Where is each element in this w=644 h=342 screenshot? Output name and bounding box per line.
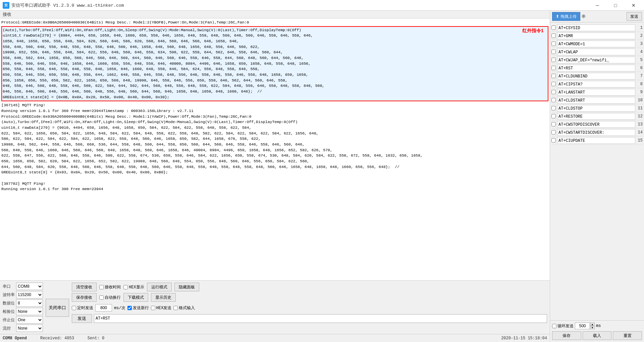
title-bar: 安 安信可串口调试助手 V1.2.3.0 www.ai-thinker.com … xyxy=(0,0,644,11)
cmd-checkbox[interactable] xyxy=(551,25,556,30)
cmd-checkbox[interactable] xyxy=(551,106,556,110)
format-input-checkbox-label[interactable]: 格式输入 xyxy=(173,305,195,311)
recv-block-2: [367145] MQTT Ping! Running version 1.0.… xyxy=(1,103,548,192)
cmd-text[interactable]: AT+CSYSID xyxy=(557,24,635,31)
send-text-input[interactable] xyxy=(94,314,547,323)
cmd-text[interactable]: AT+CLDUNBIND xyxy=(557,73,635,79)
cmd-checkbox[interactable] xyxy=(551,50,556,54)
flow-row: 流控 None xyxy=(3,325,43,332)
app-icon: 安 xyxy=(3,2,9,9)
close-button[interactable]: ✕ xyxy=(626,0,641,11)
minimize-button[interactable]: ─ xyxy=(590,0,605,11)
loop-send-checkbox[interactable] xyxy=(552,324,556,328)
spin-down-button[interactable]: ▼ xyxy=(590,326,595,329)
cmd-num: 12 xyxy=(637,114,643,119)
reset-button[interactable]: 重置 xyxy=(613,331,642,340)
maximize-button[interactable]: □ xyxy=(608,0,623,11)
send-newline-checkbox-label[interactable]: 发送新行 xyxy=(127,305,149,311)
clear-recv-button[interactable]: 清空接收 xyxy=(72,283,97,291)
load-button[interactable]: 载入 xyxy=(583,331,612,340)
cmd-checkbox[interactable] xyxy=(551,98,556,102)
recv-line-4: Protocol:GREECode:0x030A2050004000B0(64B… xyxy=(1,114,548,120)
recv-time-checkbox[interactable] xyxy=(99,285,104,289)
send-input-row: 发送 xyxy=(72,314,547,323)
cmd-item: AT+CLDUNBIND7 xyxy=(551,72,643,80)
cmd-checkbox[interactable] xyxy=(551,138,556,142)
cmd-text[interactable]: AT+RESTORE xyxy=(557,113,635,120)
ms-spinner: ▲ ▼ xyxy=(575,323,595,329)
flow-select[interactable]: None xyxy=(16,325,43,332)
cmd-checkbox[interactable] xyxy=(551,34,556,38)
cmd-text[interactable]: AT+RST xyxy=(557,65,635,71)
timed-send-checkbox[interactable] xyxy=(72,306,76,310)
hide-panel-button[interactable]: 隐藏面板 xyxy=(174,283,199,291)
show-history-button[interactable]: 显示历史 xyxy=(151,293,176,302)
cmd-text[interactable]: AT+LANSTART xyxy=(557,89,635,96)
status-bar: COM8 Opend Received: 4053 Sent: 0 2020-1… xyxy=(0,334,550,342)
cmd-text[interactable]: AT+CWSTARTDISCOVER: xyxy=(557,129,635,136)
baud-select[interactable]: 115200 xyxy=(16,291,43,298)
recv-time-checkbox-label[interactable]: 接收时间 xyxy=(99,284,121,290)
hex-display-checkbox-label[interactable]: HEX显示 xyxy=(123,284,144,290)
cmd-text[interactable]: AT+CWMODE=1 xyxy=(557,41,635,47)
recv-area[interactable]: Protocol:GREECode:0x0B0A205000400030(64B… xyxy=(0,18,550,280)
cmd-item: AT+CLDSTOP11 xyxy=(551,104,643,112)
hex-display-checkbox[interactable] xyxy=(123,285,128,289)
title-text: 安信可串口调试助手 V1.2.3.0 www.ai-thinker.com xyxy=(11,2,590,8)
data-select[interactable]: 8 xyxy=(16,299,43,307)
timed-ms-input[interactable] xyxy=(95,304,112,311)
cmd-checkbox[interactable] xyxy=(551,82,556,86)
cmd-text[interactable]: AT+CLDSTART xyxy=(557,97,635,104)
cmd-text[interactable]: AT+CIUPDATE xyxy=(557,137,635,144)
cmd-text[interactable]: AT+CWJAP_DEF="newifi_ xyxy=(557,57,635,63)
cmd-text[interactable]: AT+CIPSTA? xyxy=(557,81,635,88)
loop-ms-input[interactable] xyxy=(575,323,590,329)
hex-send-checkbox-label[interactable]: HEX发送 xyxy=(151,305,172,311)
stop-select[interactable]: One xyxy=(16,316,43,324)
spin-buttons: ▲ ▼ xyxy=(590,323,595,329)
cmd-text[interactable]: AT+CWLAP xyxy=(557,49,635,55)
cmd-num: 11 xyxy=(637,106,643,111)
timed-send-checkbox-label[interactable]: 定时发送 xyxy=(72,305,93,311)
title-controls: ─ □ ✕ xyxy=(590,0,641,11)
cmd-checkbox[interactable] xyxy=(551,42,556,46)
spin-up-button[interactable]: ▲ xyxy=(590,323,595,326)
hex-send-checkbox[interactable] xyxy=(151,306,155,310)
send-newline-checkbox[interactable] xyxy=(127,306,132,310)
cmd-checkbox[interactable] xyxy=(551,74,556,78)
cmd-text[interactable]: AT+GMR xyxy=(557,33,635,39)
cmd-checkbox[interactable] xyxy=(551,90,556,94)
cmd-checkbox[interactable] xyxy=(551,130,556,134)
format-input-checkbox[interactable] xyxy=(173,306,178,310)
send-right-button[interactable]: 发送 xyxy=(627,12,642,21)
parity-row: 检验位 None xyxy=(3,308,43,315)
parity-select[interactable]: None xyxy=(16,308,43,315)
cmd-text[interactable]: AT+CWSTOPDISCOVER xyxy=(557,121,635,128)
cmd-checkbox[interactable] xyxy=(551,114,556,118)
cmd-num: 1 xyxy=(637,25,643,30)
port-select[interactable]: COM8 xyxy=(16,283,43,290)
send-button[interactable]: 发送 xyxy=(72,314,92,323)
cmd-item: AT+LANSTART9 xyxy=(551,88,643,96)
stop-row: 停止位 One xyxy=(3,316,43,324)
save-recv-button[interactable]: 保存接收 xyxy=(72,293,97,302)
loop-send-label: 循环发送 xyxy=(557,323,574,329)
cmd-checkbox[interactable] xyxy=(551,58,556,62)
cmd-num: 15 xyxy=(637,138,643,143)
format-input-label: 格式输入 xyxy=(179,305,195,311)
recv-highlighted-block: 红外指令1 (Auto),Turbo:Off,IFeel:Off,WiFi:On… xyxy=(1,26,548,102)
upload-button[interactable]: ⬆ 拖拽上传 xyxy=(552,12,580,21)
recv-line-5: (Auto),Turbo:Off,IFeel:Off,WiFi:On,XFan:… xyxy=(1,119,548,125)
left-panel: 接收 Protocol:GREECode:0x0B0A205000400030(… xyxy=(0,11,550,342)
open-close-button[interactable]: 关闭串口 xyxy=(46,299,69,317)
save-button[interactable]: 保存 xyxy=(552,331,581,340)
cmd-checkbox[interactable] xyxy=(551,122,556,126)
auto-wrap-checkbox[interactable] xyxy=(99,295,104,300)
auto-wrap-checkbox-label[interactable]: 自动换行 xyxy=(99,295,121,300)
loop-send-checkbox-label[interactable]: 循环发送 xyxy=(552,323,574,329)
cmd-text[interactable]: AT+CLDSTOP xyxy=(557,105,635,112)
cmd-item: AT+RESTORE12 xyxy=(551,112,643,120)
download-mode-button[interactable]: 下载模式 xyxy=(123,293,148,302)
run-mode-button[interactable]: 运行模式 xyxy=(147,283,172,291)
cmd-checkbox[interactable] xyxy=(551,66,556,70)
